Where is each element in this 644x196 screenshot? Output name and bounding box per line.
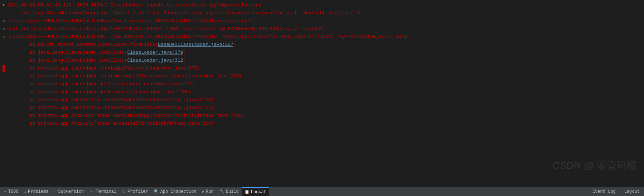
toolbar-item-terminal[interactable]: >_Terminal <box>87 187 119 196</box>
line-gutter <box>0 65 7 72</box>
toolbar-item-label-profiler: Profiler <box>127 189 148 194</box>
log-line: at java.lang.ClassLoader.loadClass(Class… <box>0 57 644 64</box>
line-text: at android.app.ContextImpl.createAppCont… <box>7 96 644 104</box>
line-text: at java.lang.ClassLoader.loadClass(Class… <box>7 49 644 56</box>
line-text: </data/app/~~EOPNJKIkscfGQEUnFiLVHA==/co… <box>7 33 644 40</box>
line-text: 2021-08-26 08:42:49.110 1639-1639/? E/Lo… <box>7 2 644 9</box>
toolbar-item-label-build: Build <box>226 189 239 194</box>
logcat-icon: 📋 <box>244 190 250 194</box>
fold-arrow-icon[interactable]: ▼ <box>3 2 4 9</box>
right-item-label-layout: Layout <box>624 189 640 194</box>
line-text: <nativeLibraryDirectories=[/data/app/~~E… <box>7 25 644 33</box>
line-gutter: ◁ <box>0 18 7 25</box>
toolbar-item-label-subversion: Subversion <box>58 189 84 194</box>
log-line: at dalvik.system.BaseDexClassLoader.find… <box>0 41 644 49</box>
line-text: at android.app.ContextImpl.createAppCont… <box>7 104 644 111</box>
log-line: at android.app.LoadedApk.createAppFactor… <box>0 64 644 72</box>
toolbar-right-item-event-log[interactable]: Event Log <box>590 188 619 195</box>
line-text: at dalvik.system.BaseDexClassLoader.find… <box>7 41 644 48</box>
log-line: at android.app.ActivityThread.access$150… <box>0 120 644 128</box>
log-line: ▼2021-08-26 08:42:49.110 1639-1639/? E/L… <box>0 1 644 9</box>
toolbar-item-profiler[interactable]: ⏱Profiler <box>119 187 151 196</box>
log-line: at android.app.ContextImpl.createAppCont… <box>0 104 644 112</box>
watermark: CSDN @ 零壹码域 <box>553 159 637 172</box>
line-text: at android.app.LoadedApk.getClassLoader(… <box>7 81 644 88</box>
fold-arrow-icon[interactable]: ◁ <box>3 33 4 40</box>
toolbar-item-todo[interactable]: ✔TODO <box>1 187 21 196</box>
log-line: at android.app.LoadedApk.createOrUpdateC… <box>0 72 644 80</box>
log-line: ◁</data/app/~~EOPNJKIkscfGQEUnFiLVHA==/c… <box>0 33 644 41</box>
toolbar-item-subversion[interactable]: ↑Subversion <box>52 187 87 196</box>
log-line: at java.lang.ClassLoader.loadClass(Class… <box>0 49 644 57</box>
fold-arrow-icon[interactable]: ◁ <box>3 18 4 25</box>
toolbar-item-label-todo: TODO <box>8 189 19 194</box>
log-line: java.lang.ClassNotFoundException: Didn't… <box>0 9 644 17</box>
toolbar-items-container: ✔TODO⚠Problems↑Subversion>_Terminal⏱Prof… <box>1 187 269 196</box>
line-gutter: ▼ <box>0 2 7 9</box>
line-text: java.lang.ClassNotFoundException: Didn't… <box>7 10 644 17</box>
bottom-toolbar: ✔TODO⚠Problems↑Subversion>_Terminal⏱Prof… <box>0 187 644 196</box>
profiler-icon: ⏱ <box>122 189 126 194</box>
subversion-icon: ↑ <box>54 190 57 194</box>
toolbar-item-problems[interactable]: ⚠Problems <box>21 187 51 196</box>
line-text: at android.app.LoadedApk.createOrUpdateC… <box>7 73 644 80</box>
toolbar-item-logcat[interactable]: 📋Logcat <box>242 187 269 196</box>
log-line: ◁"/data/app/~~EOPNJKIkscfGQEUnFiLVHA==/c… <box>0 17 644 25</box>
app-inspection-icon: 🔍 <box>154 189 159 194</box>
log-line: at android.app.ActivityThread.handleBind… <box>0 112 644 120</box>
line-text: at android.app.ActivityThread.access$150… <box>7 120 644 127</box>
line-text: at android.app.ActivityThread.handleBind… <box>7 112 644 119</box>
run-icon: ▶ <box>202 189 205 194</box>
log-line: at android.app.LoadedApk.getClassLoader(… <box>0 80 644 88</box>
toolbar-item-app-inspection[interactable]: 🔍App Inspection <box>151 187 199 196</box>
toolbar-right: Event LogLayout <box>590 188 643 195</box>
toolbar-item-build[interactable]: 🔨Build <box>217 187 242 196</box>
source-link[interactable]: ClassLoader.java:312 <box>127 58 183 63</box>
toolbar-item-label-app-inspection: App Inspection <box>160 189 197 194</box>
log-line: ◁<nativeLibraryDirectories=[/data/app/~~… <box>0 25 644 33</box>
problems-icon: ⚠ <box>24 189 26 194</box>
line-text: at android.app.LoadedApk.createAppFactor… <box>7 65 644 72</box>
fold-arrow-icon[interactable]: ◁ <box>3 25 4 33</box>
toolbar-item-label-terminal: Terminal <box>96 189 117 194</box>
line-gutter: ◁ <box>0 33 7 40</box>
log-content-area: ▼2021-08-26 08:42:49.110 1639-1639/? E/L… <box>0 0 644 187</box>
log-container: ▼2021-08-26 08:42:49.110 1639-1639/? E/L… <box>0 1 644 128</box>
todo-icon: ✔ <box>4 189 7 194</box>
log-line: at android.app.ContextImpl.createAppCont… <box>0 96 644 104</box>
toolbar-right-item-layout[interactable]: Layout <box>621 188 643 195</box>
line-gutter: ◁ <box>0 25 7 33</box>
right-item-label-event-log: Event Log <box>592 189 616 194</box>
terminal-icon: >_ <box>89 190 94 194</box>
line-text: at android.app.LoadedApk.getResources(Lo… <box>7 89 644 96</box>
line-text: "/data/app/~~EOPNJKIkscfGQEUnFiLVHA==/co… <box>7 18 644 25</box>
build-icon: 🔨 <box>219 189 224 194</box>
toolbar-item-run[interactable]: ▶Run <box>199 187 217 196</box>
toolbar-item-label-logcat: Logcat <box>251 190 266 195</box>
toolbar-item-label-problems: Problems <box>28 189 49 194</box>
source-link[interactable]: BaseDexClassLoader.java:207 <box>158 42 233 47</box>
line-text: at java.lang.ClassLoader.loadClass(Class… <box>7 57 644 64</box>
toolbar-item-label-run: Run <box>206 189 214 194</box>
error-marker <box>3 65 5 72</box>
source-link[interactable]: ClassLoader.java:379 <box>127 50 183 55</box>
log-line: at android.app.LoadedApk.getResources(Lo… <box>0 88 644 96</box>
